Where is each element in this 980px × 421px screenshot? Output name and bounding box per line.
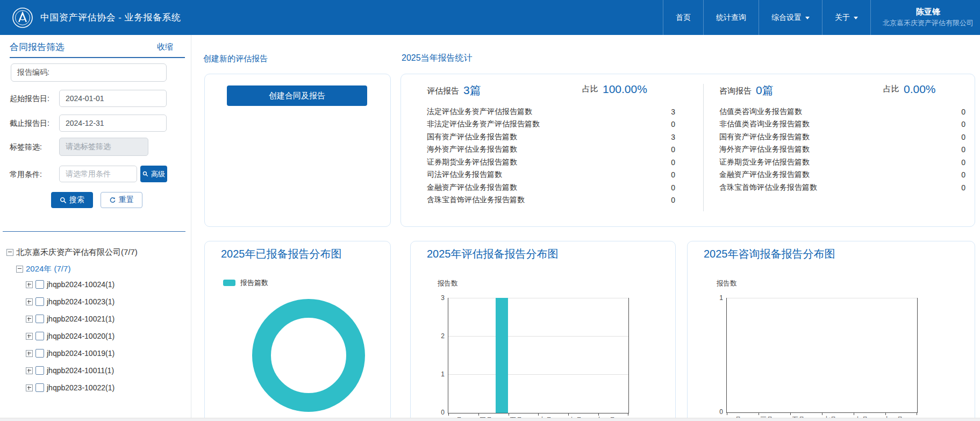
report-checkbox[interactable]	[35, 349, 44, 358]
consulting-stat-rows: 估值类咨询业务报告篇数0 非估值类咨询业务报告篇数0 国有资产评估业务报告篇数0…	[719, 105, 965, 194]
chart-title: 2025年评估报备报告分布图	[427, 247, 559, 261]
nav-about[interactable]: 关于	[822, 0, 870, 35]
stat-row: 证券期货业务评估报告篇数0	[427, 156, 675, 169]
sidebar-title: 合同报告筛选	[10, 41, 65, 53]
tree-node-report[interactable]: jhqpb2024-10011(1)	[26, 366, 114, 375]
report-checkbox[interactable]	[35, 332, 44, 340]
expand-plus-icon[interactable]	[26, 367, 33, 374]
stat-row: 非估值类咨询业务报告篇数0	[719, 118, 965, 131]
association-logo-icon	[12, 7, 33, 28]
stat-row: 国有资产评估业务报告篇数0	[719, 131, 965, 144]
refresh-icon	[109, 197, 116, 204]
consulting-report-count: 0篇	[756, 83, 774, 98]
app-title: 中国资产评估协会 - 业务报备系统	[40, 11, 181, 24]
y-axis-label: 报告数	[438, 279, 458, 288]
bar-chart-plot: 3 2 1 0 一月 三月 五月 七月 九月 十一月	[448, 298, 629, 413]
common-condition-input[interactable]: 请选常用条件	[59, 166, 137, 182]
stat-row: 法定评估业务资产评估报告篇数3	[427, 105, 675, 118]
report-checkbox[interactable]	[35, 297, 44, 306]
stat-row: 含珠宝首饰评估业务报告篇数0	[427, 194, 675, 207]
y-axis-label: 报告数	[717, 279, 737, 288]
search-button[interactable]: 搜索	[51, 192, 93, 208]
collapse-minus-icon[interactable]	[16, 266, 23, 273]
divider	[3, 231, 185, 232]
stat-row: 估值类咨询业务报告篇数0	[719, 105, 965, 118]
stat-row: 司法评估业务报告篇数0	[427, 169, 675, 182]
report-checkbox[interactable]	[35, 315, 44, 323]
expand-plus-icon[interactable]	[26, 350, 33, 357]
collapse-link[interactable]: 收缩	[157, 42, 173, 52]
tag-filter-label: 标签筛选:	[10, 142, 42, 152]
chart-title: 2025年咨询报备报告分布图	[704, 247, 835, 261]
tree-node-report[interactable]: jhqpb2024-10021(1)	[26, 315, 115, 323]
tree-node-report[interactable]: jhqpb2024-10020(1)	[26, 332, 115, 340]
horizontal-scrollbar[interactable]	[0, 418, 980, 421]
donut-chart	[252, 299, 365, 412]
common-condition-label: 常用条件:	[10, 170, 42, 180]
end-date-input[interactable]: 2024-12-31	[59, 115, 167, 132]
expand-plus-icon[interactable]	[26, 333, 33, 340]
stat-row: 国有资产评估业务报告篇数3	[427, 131, 675, 144]
tree-node-company[interactable]: 北京嘉禾庆资产评估有限公司(7/7)	[6, 247, 138, 258]
column-divider	[703, 84, 704, 211]
tag-filter-input[interactable]: 请选标签筛选	[59, 138, 148, 156]
expand-plus-icon[interactable]	[26, 281, 33, 288]
legend-label: 报告篇数	[240, 278, 268, 288]
user-menu[interactable]: 陈亚锋 北京嘉禾庆资产评估有限公司	[870, 0, 980, 35]
start-date-label: 起始报告日:	[10, 94, 49, 104]
start-date-input[interactable]: 2024-01-01	[59, 90, 167, 107]
app-header: 中国资产评估协会 - 业务报备系统 首页 统计查询 综合设置 关于 陈亚锋 北京…	[0, 0, 980, 35]
top-nav: 首页 统计查询 综合设置 关于 陈亚锋 北京嘉禾庆资产评估有限公司	[663, 0, 980, 35]
tree-node-report[interactable]: jhqpb2024-10024(1)	[26, 280, 115, 289]
chart-legend[interactable]: 报告篇数	[223, 278, 268, 288]
stat-row: 含珠宝首饰评估业务报告篇数0	[719, 181, 965, 194]
expand-plus-icon[interactable]	[26, 316, 33, 323]
create-report-card: 创建合同及报告	[204, 74, 391, 227]
bar-chart-plot: 1 0 一月 三月 五月 七月 九月 十一月	[726, 298, 918, 413]
assessment-report-count: 3篇	[463, 83, 481, 98]
consulting-report-header: 咨询报告 0篇	[719, 83, 774, 98]
stat-row: 非法定评估业务资产评估报告篇数0	[427, 118, 675, 131]
tree-node-report[interactable]: jhqpb2023-10022(1)	[26, 383, 115, 392]
create-contract-report-button[interactable]: 创建合同及报告	[227, 85, 367, 106]
tree-node-report[interactable]: jhqpb2024-10019(1)	[26, 349, 115, 358]
report-checkbox[interactable]	[35, 280, 44, 289]
assessment-stat-rows: 法定评估业务资产评估报告篇数3 非法定评估业务资产评估报告篇数0 国有资产评估业…	[427, 105, 675, 206]
report-checkbox[interactable]	[35, 366, 44, 375]
divider	[10, 57, 185, 58]
create-section-title: 创建新的评估报告	[203, 54, 268, 64]
stat-row: 金融资产评估业务报告篇数0	[719, 169, 965, 182]
nav-settings[interactable]: 综合设置	[759, 0, 822, 35]
stats-section-title: 2025当年报告统计	[402, 53, 473, 64]
filed-reports-donut-card: 2025年已报备报告分布图 报告篇数	[204, 241, 391, 421]
stat-row: 海外资产评估业务报告篇数0	[427, 144, 675, 156]
nav-statistics[interactable]: 统计查询	[703, 0, 759, 35]
search-icon	[60, 197, 67, 204]
consulting-reports-bar-card: 2025年咨询报备报告分布图 报告数 1 0 一月 三月 五月 七月 九月 十一…	[687, 241, 975, 421]
stat-row: 海外资产评估业务报告篇数0	[719, 144, 965, 156]
collapse-minus-icon[interactable]	[6, 249, 13, 256]
report-code-input[interactable]: 报告编码:	[11, 63, 167, 82]
chevron-down-icon	[805, 17, 810, 19]
yearly-stats-card: 评估报告 3篇 占比 100.00% 法定评估业务资产评估报告篇数3 非法定评估…	[400, 74, 975, 227]
chart-title: 2025年已报备报告分布图	[221, 247, 342, 261]
advanced-button[interactable]: 高级	[140, 166, 167, 182]
search-icon	[142, 171, 148, 177]
consulting-ratio: 占比 0.00%	[883, 83, 936, 96]
end-date-label: 截止报告日:	[10, 119, 49, 129]
legend-swatch	[223, 280, 235, 286]
chevron-down-icon	[854, 17, 858, 19]
user-name: 陈亚锋	[916, 7, 940, 17]
stat-row: 金融资产评估业务报告篇数0	[427, 181, 675, 194]
expand-plus-icon[interactable]	[26, 298, 33, 305]
filter-sidebar: 合同报告筛选 收缩 报告编码: 起始报告日: 2024-01-01 截止报告日:…	[0, 35, 191, 421]
report-checkbox[interactable]	[35, 383, 44, 392]
stat-row: 证券期货业务评估报告篇数0	[719, 156, 965, 169]
assessment-ratio: 占比 100.00%	[582, 83, 647, 96]
reset-button[interactable]: 重置	[101, 192, 142, 208]
assessment-report-header: 评估报告 3篇	[427, 83, 481, 98]
expand-plus-icon[interactable]	[26, 384, 33, 391]
tree-node-report[interactable]: jhqpb2024-10023(1)	[26, 297, 115, 306]
tree-node-year[interactable]: 2024年 (7/7)	[16, 264, 70, 274]
nav-home[interactable]: 首页	[663, 0, 703, 35]
